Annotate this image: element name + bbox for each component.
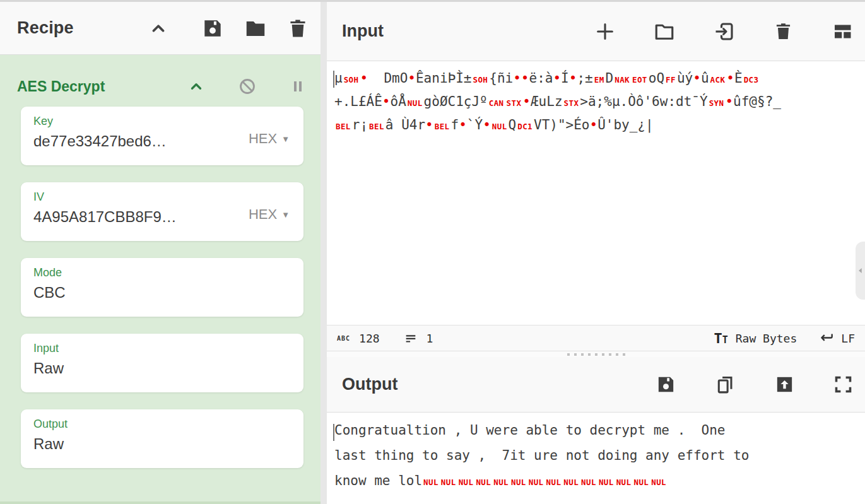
- text-segment: ôÅ: [391, 94, 406, 109]
- text-segment: Û'by_¿|: [597, 117, 654, 132]
- recipe-panel: Recipe AES Decrypt: [0, 2, 321, 504]
- text-line: µSOH• DmO•ÊaniÞÌ±SOH{ñi••ë:à•Í•;±EMDNAKE…: [334, 67, 859, 91]
- text-segment: â Ù4r: [385, 117, 425, 132]
- save-recipe-icon[interactable]: [201, 16, 225, 40]
- key-unit-select[interactable]: HEX ▼: [249, 131, 290, 147]
- non-printable-byte-dot: •: [590, 117, 598, 132]
- cyberchef-app: Recipe AES Decrypt: [0, 0, 865, 504]
- text-segment: ÊaniÞÌ±: [416, 71, 472, 86]
- operation-title: AES Decrypt: [17, 78, 105, 95]
- eol-return-icon[interactable]: [818, 330, 835, 346]
- unit-label: HEX: [249, 206, 277, 223]
- text-segment: ë:à: [529, 71, 553, 86]
- control-char-nul-token: NUL: [546, 478, 562, 487]
- control-char-nul-token: NUL: [441, 478, 456, 487]
- copy-output-icon[interactable]: [714, 373, 736, 396]
- recipe-header: Recipe: [0, 2, 321, 55]
- line-count-icon: [404, 331, 418, 345]
- panel-divider[interactable]: [321, 2, 327, 504]
- character-encoding-icon[interactable]: TT: [714, 331, 727, 346]
- pause-breakpoint-icon[interactable]: [290, 79, 305, 94]
- output-textarea[interactable]: Congratualtion , U were able to decrypt …: [327, 413, 865, 504]
- line-count: 1: [427, 332, 433, 345]
- ingredient-label: IV: [33, 190, 291, 204]
- text-segment: +.L£ÁÊ: [334, 94, 382, 109]
- collapse-operation-icon[interactable]: [188, 78, 204, 95]
- eol-selector[interactable]: LF: [841, 332, 855, 345]
- control-char-nul-token: NUL: [459, 478, 474, 487]
- control-char-ff-token: FF: [666, 75, 676, 85]
- chevron-up-icon[interactable]: [149, 19, 168, 38]
- output-header: Output: [327, 357, 865, 413]
- non-printable-byte-dot: •: [513, 71, 521, 86]
- ingredient-output-format[interactable]: Output Raw: [21, 409, 303, 468]
- ingredient-mode[interactable]: Mode CBC: [21, 258, 303, 317]
- io-splitter-handle[interactable]: [327, 351, 865, 357]
- text-segment: last thing to say , 7it ure not doing an…: [334, 448, 749, 463]
- control-char-nul-token: NUL: [599, 478, 614, 487]
- ingredient-input-format[interactable]: Input Raw: [21, 334, 303, 392]
- control-char-nul-token: NUL: [651, 478, 666, 487]
- replace-input-icon[interactable]: [774, 373, 796, 396]
- control-char-soh-token: SOH: [344, 75, 359, 85]
- control-char-stx-token: STX: [507, 98, 522, 108]
- control-char-nul-token: NUL: [616, 478, 632, 487]
- control-char-stx-token: STX: [564, 98, 579, 108]
- io-panels: Input µSOH• DmO•: [327, 2, 865, 504]
- text-segment: f: [451, 117, 459, 132]
- non-printable-byte-dot: •: [408, 71, 416, 86]
- control-char-can-token: CAN: [489, 98, 504, 108]
- control-char-dc1-token: DC1: [517, 122, 533, 131]
- text-cursor: [333, 424, 334, 441]
- ingredient-label: Mode: [33, 266, 291, 279]
- non-printable-byte-dot: •: [483, 117, 491, 132]
- control-char-bel-token: BEL: [336, 122, 351, 131]
- text-segment: know me lol: [334, 473, 422, 488]
- open-folder-import-icon[interactable]: [713, 20, 736, 43]
- layout-view-icon[interactable]: [831, 20, 854, 43]
- clear-input-trash-icon[interactable]: [773, 21, 794, 42]
- disable-operation-icon[interactable]: [238, 78, 256, 95]
- text-segment: ùý: [677, 71, 693, 86]
- control-char-nul-token: NUL: [476, 478, 491, 487]
- ingredient-label: Input: [33, 342, 291, 355]
- clear-recipe-trash-icon[interactable]: [286, 17, 309, 40]
- input-status-bar: ABC 128 1 TT Raw Bytes LF: [327, 325, 865, 351]
- text-segment: ÆuLz: [531, 94, 563, 109]
- text-segment: {ñi: [489, 71, 513, 86]
- recipe-list[interactable]: AES Decrypt Key: [0, 55, 321, 504]
- operation-header: AES Decrypt: [0, 55, 321, 107]
- control-char-nul-token: NUL: [493, 478, 509, 487]
- iv-unit-select[interactable]: HEX ▼: [249, 206, 290, 223]
- chevron-down-icon: ▼: [281, 134, 290, 144]
- ingredient-key[interactable]: Key de77e33427bed6… HEX ▼: [21, 107, 303, 165]
- text-segment: û: [701, 71, 709, 86]
- text-segment: Congratualtion , U were able to decrypt …: [334, 423, 726, 438]
- input-format-select[interactable]: Raw: [33, 360, 291, 377]
- non-printable-byte-dot: •: [553, 71, 561, 86]
- add-tab-plus-icon[interactable]: [594, 21, 616, 42]
- load-recipe-folder-icon[interactable]: [244, 16, 268, 40]
- output-format-select[interactable]: Raw: [33, 435, 291, 453]
- non-printable-byte-dot: •: [726, 71, 734, 86]
- collapse-panel-handle[interactable]: [856, 242, 865, 300]
- save-output-icon[interactable]: [655, 373, 677, 396]
- encoding-selector[interactable]: Raw Bytes: [736, 332, 797, 345]
- control-char-soh-token: SOH: [473, 75, 488, 85]
- non-printable-byte-dot: •: [425, 117, 433, 132]
- text-segment: >ä;%µ.Òô'6w:dt¯Ý: [580, 94, 707, 109]
- text-line: last thing to say , 7it ure not doing an…: [334, 443, 859, 468]
- chevron-down-icon: ▼: [281, 210, 290, 220]
- mode-select[interactable]: CBC: [33, 284, 291, 302]
- input-textarea[interactable]: µSOH• DmO•ÊaniÞÌ±SOH{ñi••ë:à•Í•;±EMDNAKE…: [327, 61, 865, 325]
- control-char-ack-token: ACK: [710, 75, 726, 85]
- text-segment: `Ý: [467, 117, 483, 132]
- operation-aes-decrypt[interactable]: AES Decrypt Key: [0, 55, 321, 504]
- open-file-folder-icon[interactable]: [653, 20, 676, 43]
- text-segment: oQ: [649, 71, 664, 86]
- text-line: +.L£ÁÊ•ôÅNULgòØC1çJºCANSTX•ÆuLzSTX>ä;%µ.…: [334, 91, 859, 114]
- ingredient-iv[interactable]: IV 4A95A817CBB8F9… HEX ▼: [21, 182, 303, 241]
- maximise-output-icon[interactable]: [833, 374, 854, 395]
- text-segment: D: [606, 71, 614, 86]
- non-printable-byte-dot: •: [360, 71, 368, 86]
